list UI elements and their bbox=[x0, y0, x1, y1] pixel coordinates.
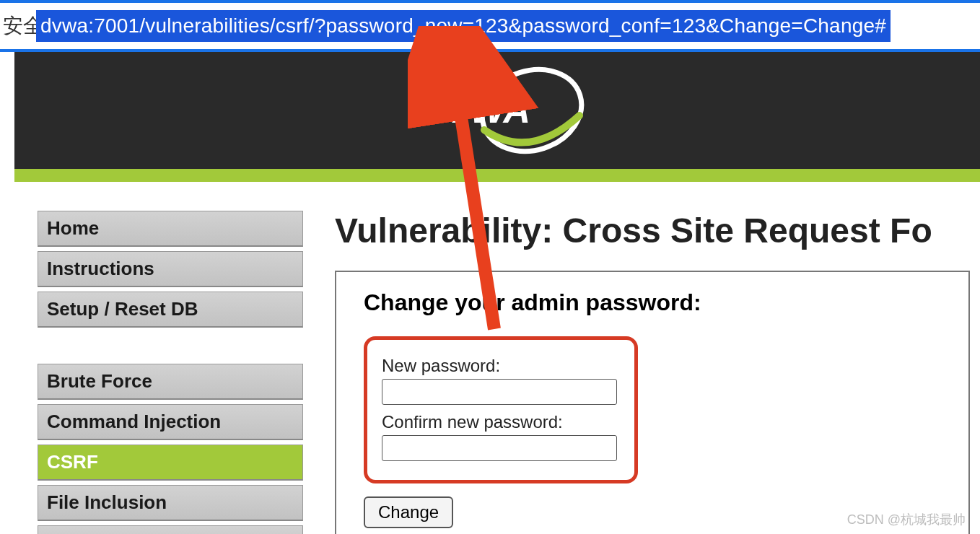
page-body: Home Instructions Setup / Reset DB Brute… bbox=[14, 182, 980, 534]
page-header: DVWA bbox=[14, 52, 980, 169]
accent-bar bbox=[14, 169, 980, 182]
sidebar-group-main: Home Instructions Setup / Reset DB bbox=[38, 211, 303, 328]
label-confirm-password: Confirm new password: bbox=[382, 412, 620, 432]
sidebar-item-instructions[interactable]: Instructions bbox=[38, 251, 303, 287]
page-root: DVWA Home Instructions Setup / Reset DB … bbox=[14, 52, 980, 534]
sidebar-item-command-injection[interactable]: Command Injection bbox=[38, 404, 303, 440]
sidebar-item-bruteforce[interactable]: Brute Force bbox=[38, 364, 303, 400]
svg-text:DVWA: DVWA bbox=[418, 89, 530, 131]
change-button[interactable]: Change bbox=[364, 496, 453, 528]
address-bar[interactable]: 安全 dvwa:7001/vulnerabilities/csrf/?passw… bbox=[0, 0, 980, 52]
page-title: Vulnerability: Cross Site Request Fo bbox=[335, 211, 980, 250]
confirm-password-input[interactable] bbox=[382, 435, 617, 461]
main-content: Vulnerability: Cross Site Request Fo Cha… bbox=[303, 211, 980, 534]
form-highlight-box: New password: Confirm new password: bbox=[364, 336, 638, 483]
sidebar-group-vulns: Brute Force Command Injection CSRF File … bbox=[38, 364, 303, 534]
sidebar-item-file-inclusion[interactable]: File Inclusion bbox=[38, 485, 303, 521]
url-text[interactable]: dvwa:7001/vulnerabilities/csrf/?password… bbox=[36, 10, 891, 42]
sidebar-item-home[interactable]: Home bbox=[38, 211, 303, 247]
new-password-input[interactable] bbox=[382, 379, 617, 405]
dvwa-logo: DVWA bbox=[403, 64, 591, 157]
logo-svg: DVWA bbox=[403, 64, 591, 157]
sidebar-item-setup[interactable]: Setup / Reset DB bbox=[38, 292, 303, 328]
security-label: 安全 bbox=[0, 12, 36, 40]
sidebar: Home Instructions Setup / Reset DB Brute… bbox=[14, 211, 303, 534]
label-new-password: New password: bbox=[382, 356, 620, 376]
panel-heading: Change your admin password: bbox=[364, 289, 941, 316]
change-password-panel: Change your admin password: New password… bbox=[335, 271, 970, 534]
sidebar-item-csrf[interactable]: CSRF bbox=[38, 445, 303, 481]
sidebar-item-file-upload[interactable]: File Upload bbox=[38, 525, 303, 534]
watermark-text: CSDN @杭城我最帅 bbox=[847, 511, 966, 528]
